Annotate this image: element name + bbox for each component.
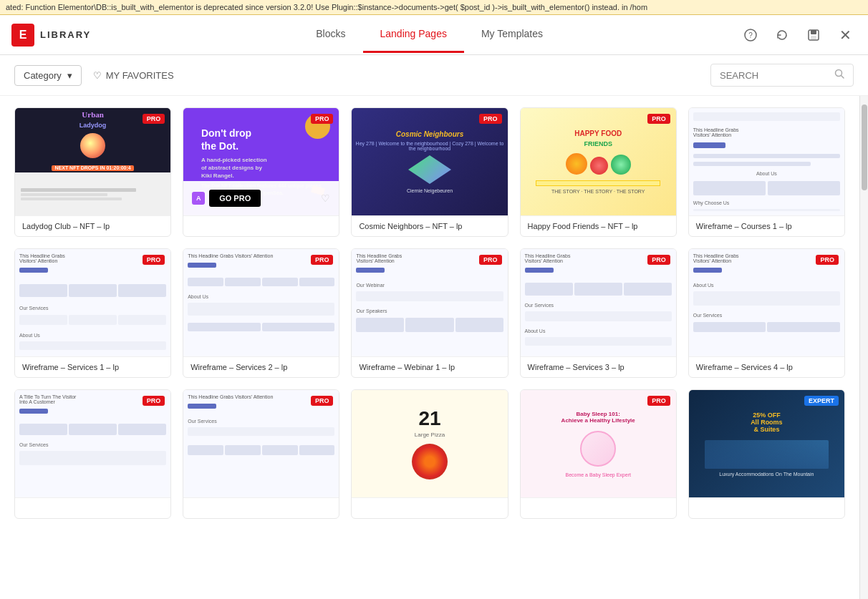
favorites-button[interactable]: ♡ MY FAVORITES xyxy=(93,70,174,81)
logo-icon: E xyxy=(11,24,34,47)
card-image: PRO This Headline GrabsVisitors' Attenti… xyxy=(352,249,507,356)
refresh-button[interactable] xyxy=(771,24,794,47)
card-image: This Headline GrabsVisitors' Attention xyxy=(689,108,844,215)
heart-icon: ♡ xyxy=(93,70,102,81)
header-actions: ? ✕ xyxy=(739,24,857,47)
card-label xyxy=(183,497,339,518)
content-area: PRO Urban Ladydog NEXT NFT DROPS IN 01:2… xyxy=(0,96,868,599)
pro-badge: PRO xyxy=(311,255,334,265)
search-icon xyxy=(834,69,844,82)
card-image: PRO Cosmic Neighbours Hey 278 | Welcome … xyxy=(352,108,507,215)
template-grid-area: PRO Urban Ladydog NEXT NFT DROPS IN 01:2… xyxy=(0,96,859,599)
logo-text: LIBRARY xyxy=(40,29,91,40)
template-card-wireframe-s1[interactable]: PRO This Headline GrabsVisitors' Attenti… xyxy=(14,248,171,378)
template-card-cosmic[interactable]: PRO Cosmic Neighbours Hey 278 | Welcome … xyxy=(351,107,508,237)
tab-my-templates[interactable]: My Templates xyxy=(464,16,560,53)
expert-badge: EXPERT xyxy=(804,396,839,406)
card-label xyxy=(521,497,676,518)
card-label: Wireframe – Services 3 – lp xyxy=(521,356,676,377)
template-card-food[interactable]: PRO HAPPY FOOD FRIENDS THE STORY · THE S… xyxy=(520,107,677,237)
search-input[interactable] xyxy=(720,70,829,81)
scrollbar-thumb[interactable] xyxy=(862,104,867,190)
card-image: PRO This Headline Grabs Visitors' Attent… xyxy=(183,249,339,356)
card-image: PRO Don't dropthe Dot. A hand-picked sel… xyxy=(183,108,339,215)
header: E LIBRARY Blocks Landing Pages My Templa… xyxy=(0,15,868,55)
template-card-wireframe-s4[interactable]: PRO This Headline GrabsVisitors' Attenti… xyxy=(688,248,845,378)
header-logo: E LIBRARY xyxy=(11,24,91,47)
card-image: PRO HAPPY FOOD FRIENDS THE STORY · THE S… xyxy=(521,108,676,215)
scrollbar[interactable] xyxy=(859,96,868,599)
card-label: Wireframe – Services 1 – lp xyxy=(15,356,170,377)
category-select[interactable]: Category ▾ xyxy=(14,65,82,86)
card-label: Happy Food Friends – NFT – lp xyxy=(521,215,676,236)
header-tabs: Blocks Landing Pages My Templates xyxy=(120,16,739,53)
card-label: Wireframe – Services 2 – lp xyxy=(183,356,339,377)
template-card-wireframe-s3[interactable]: PRO This Headline GrabsVisitors' Attenti… xyxy=(520,248,677,378)
card-label xyxy=(689,497,844,518)
pro-badge: PRO xyxy=(647,114,670,124)
template-card-baby[interactable]: PRO Baby Sleep 101:Achieve a Healthy Lif… xyxy=(520,389,677,519)
card-image: PRO This Headline GrabsVisitors' Attenti… xyxy=(521,249,676,356)
pro-badge: PRO xyxy=(647,396,670,406)
card-image: EXPERT 25% OFFAll Rooms& Suites Luxury A… xyxy=(689,390,844,497)
card-label: Cosmic Neighbors – NFT – lp xyxy=(352,215,507,236)
svg-text:?: ? xyxy=(748,31,753,39)
svg-rect-4 xyxy=(811,36,816,39)
pro-badge: PRO xyxy=(143,255,165,265)
close-button[interactable]: ✕ xyxy=(834,24,857,47)
card-image: PRO This Headline Grabs Visitors' Attent… xyxy=(183,390,339,497)
card-label xyxy=(15,497,170,518)
card-label: Wireframe – Services 4 – lp xyxy=(689,356,844,377)
template-card-ladydog[interactable]: PRO Urban Ladydog NEXT NFT DROPS IN 01:2… xyxy=(14,107,171,237)
pro-badge: PRO xyxy=(143,114,165,124)
card-label: Wireframe – Courses 1 – lp xyxy=(689,215,844,236)
template-card-pizza[interactable]: 21 Large Pizza xyxy=(351,389,508,519)
toolbar: Category ▾ ♡ MY FAVORITES xyxy=(0,55,868,96)
go-pro-button[interactable]: GO PRO xyxy=(209,190,261,207)
card-image: PRO Baby Sleep 101:Achieve a Healthy Lif… xyxy=(521,390,676,497)
card-image: 21 Large Pizza xyxy=(352,390,507,497)
error-bar: ated: Function Elementor\DB::is_built_wi… xyxy=(0,0,868,15)
chevron-down-icon: ▾ xyxy=(67,70,72,81)
template-card-hotel[interactable]: EXPERT 25% OFFAll Rooms& Suites Luxury A… xyxy=(688,389,845,519)
svg-line-6 xyxy=(842,76,844,79)
pro-badge: PRO xyxy=(816,255,839,265)
tab-landing-pages[interactable]: Landing Pages xyxy=(363,16,464,53)
card-image: PRO This Headline GrabsVisitors' Attenti… xyxy=(15,249,170,356)
template-card-wireframe-s2[interactable]: PRO This Headline Grabs Visitors' Attent… xyxy=(183,248,339,378)
pro-badge: PRO xyxy=(143,396,165,406)
card-image: PRO This Headline GrabsVisitors' Attenti… xyxy=(689,249,844,356)
search-box xyxy=(710,64,854,87)
template-card-wireframe-s5[interactable]: PRO A Title To Turn The VisitorInto A Cu… xyxy=(14,389,171,519)
card-image: PRO A Title To Turn The VisitorInto A Cu… xyxy=(15,390,170,497)
pro-badge: PRO xyxy=(479,255,502,265)
favorite-icon[interactable]: ♡ xyxy=(321,193,330,204)
pro-badge: PRO xyxy=(311,114,334,124)
template-grid: PRO Urban Ladydog NEXT NFT DROPS IN 01:2… xyxy=(14,107,845,519)
svg-rect-3 xyxy=(811,30,816,34)
card-image: PRO Urban Ladydog NEXT NFT DROPS IN 01:2… xyxy=(15,108,170,215)
card-label: Ladydog Club – NFT – lp xyxy=(15,215,170,236)
help-button[interactable]: ? xyxy=(739,24,762,47)
save-button[interactable] xyxy=(802,24,825,47)
template-card-wireframe-courses[interactable]: This Headline GrabsVisitors' Attention xyxy=(688,107,845,237)
tab-blocks[interactable]: Blocks xyxy=(299,16,362,53)
pro-badge: PRO xyxy=(479,114,502,124)
card-label: Wireframe – Webinar 1 – lp xyxy=(352,356,507,377)
pro-badge: PRO xyxy=(311,396,334,406)
card-label xyxy=(183,215,339,236)
pro-badge: PRO xyxy=(647,255,670,265)
template-card-dot[interactable]: PRO Don't dropthe Dot. A hand-picked sel… xyxy=(183,107,339,237)
card-label xyxy=(352,497,507,518)
template-card-webinar[interactable]: PRO This Headline GrabsVisitors' Attenti… xyxy=(351,248,508,378)
template-card-wireframe-s6[interactable]: PRO This Headline Grabs Visitors' Attent… xyxy=(183,389,339,519)
